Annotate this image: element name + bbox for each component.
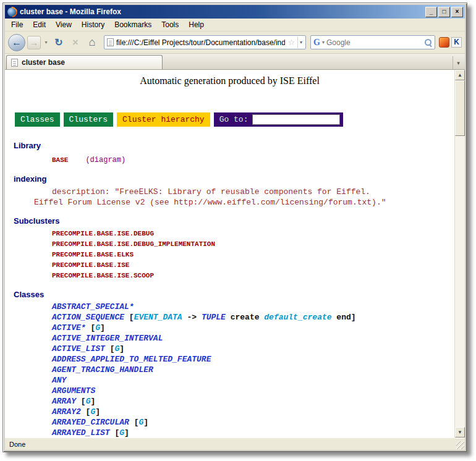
page-favicon — [107, 38, 114, 46]
class-list-item: ARRAY [G] — [5, 396, 454, 407]
forward-button[interactable]: → — [27, 36, 41, 49]
class-text: G — [95, 323, 100, 332]
class-text: ] — [124, 428, 129, 438]
class-list-item: ADDRESS_APPLIED_TO_MELTED_FEATURE — [5, 354, 454, 365]
tab-strip — [163, 55, 453, 69]
class-link[interactable]: ARGUMENTS — [52, 386, 95, 395]
class-list-item: AGENT_TRACING_HANDLER — [5, 365, 454, 375]
class-link[interactable]: ABSTRACT_SPECIAL* — [52, 302, 134, 311]
class-link[interactable]: ADDRESS_APPLIED_TO_MELTED_FEATURE — [52, 355, 211, 364]
class-list-item: ANY — [5, 375, 454, 386]
class-link[interactable]: ARRAYED_LIST — [52, 428, 110, 438]
menu-item-help[interactable]: Help — [184, 19, 209, 30]
class-text: G — [119, 428, 124, 438]
indexing-description-line: Eiffel Forum License v2 (see http://www.… — [5, 197, 454, 208]
class-text: [ — [110, 428, 120, 438]
library-heading: Library — [14, 141, 454, 150]
class-text: ] — [95, 407, 100, 417]
subcluster-link[interactable]: PRECOMPILE.BASE.ISE.DEBUG — [5, 229, 454, 239]
goto-box: Go to: — [214, 112, 344, 127]
class-link[interactable]: ACTION_SEQUENCE — [52, 313, 124, 322]
class-list-item: ARGUMENTS — [5, 386, 454, 396]
class-link[interactable]: ACTIVE_INTEGER_INTERVAL — [52, 334, 163, 343]
reload-button[interactable]: ↻ — [51, 35, 66, 50]
subclusters-list: PRECOMPILE.BASE.ISE.DEBUGPRECOMPILE.BASE… — [5, 229, 454, 281]
class-list-item: ACTIVE_INTEGER_INTERVAL — [5, 333, 454, 344]
tab-bar: cluster base ▾ — [5, 54, 465, 70]
scrollbar-track[interactable] — [455, 80, 465, 427]
scrollbar-thumb[interactable] — [455, 80, 465, 136]
class-text: ] — [143, 418, 148, 427]
class-list-item: ARRAYED_LIST [G] — [5, 428, 454, 438]
home-button[interactable]: ⌂ — [85, 35, 100, 50]
class-text: [ — [86, 323, 96, 332]
diagram-link[interactable]: (diagram) — [85, 156, 125, 164]
scroll-up-icon[interactable]: ▲ — [455, 70, 465, 80]
menu-item-tools[interactable]: Tools — [156, 19, 184, 30]
class-text: EVENT_DATA — [134, 313, 182, 322]
cluster-hierarchy-button[interactable]: Cluster hierarchy — [117, 112, 210, 127]
history-dropdown-icon[interactable]: ▾ — [43, 40, 49, 45]
subcluster-link[interactable]: PRECOMPILE.BASE.ELKS — [5, 250, 454, 260]
class-link[interactable]: ARRAY — [52, 397, 76, 406]
maximize-button[interactable]: □ — [438, 7, 450, 17]
address-bar[interactable]: file:///C:/Eiffel Projects/tour/Document… — [104, 35, 306, 49]
search-icon[interactable] — [424, 38, 432, 46]
tab-cluster-base[interactable]: cluster base — [6, 55, 163, 69]
minimize-button[interactable]: _ — [425, 7, 437, 17]
class-list-item: ABSTRACT_SPECIAL* — [5, 302, 454, 312]
search-input[interactable] — [326, 38, 422, 47]
class-text: [ — [105, 344, 115, 353]
class-link[interactable]: AGENT_TRACING_HANDLER — [52, 365, 153, 374]
menu-item-bookmarks[interactable]: Bookmarks — [109, 19, 156, 30]
extension-icon[interactable] — [439, 37, 449, 48]
back-button[interactable]: ← — [8, 34, 25, 51]
google-icon: G — [313, 38, 320, 48]
content-area: Automatic generation produced by ISE Eif… — [5, 70, 465, 438]
close-button[interactable]: × — [451, 7, 463, 17]
class-text: ] — [351, 313, 356, 322]
class-text: -> — [182, 313, 202, 322]
classes-list: ABSTRACT_SPECIAL*ACTION_SEQUENCE [EVENT_… — [5, 302, 454, 438]
class-link[interactable]: ACTIVE_LIST — [52, 344, 105, 353]
resize-grip[interactable] — [456, 441, 464, 449]
library-line: BASE(diagram) — [5, 154, 454, 165]
bookmark-star-icon[interactable]: ☆ — [287, 38, 295, 47]
class-link[interactable]: ARRAYED_CIRCULAR — [52, 418, 129, 427]
subcluster-link[interactable]: PRECOMPILE.BASE.ISE — [5, 260, 454, 271]
indexing-description-line: description: "FreeELKS: Library of reusa… — [5, 187, 454, 197]
document-page: Automatic generation produced by ISE Eif… — [5, 70, 454, 438]
vertical-scrollbar[interactable]: ▲ ▼ — [454, 70, 465, 438]
window-title: cluster base - Mozilla Firefox — [20, 7, 422, 16]
class-link[interactable]: ANY — [52, 376, 66, 385]
class-list-item: ACTIVE_LIST [G] — [5, 344, 454, 354]
list-all-tabs-icon[interactable]: ▾ — [453, 56, 464, 69]
subcluster-link[interactable]: PRECOMPILE.BASE.ISE.SCOOP — [5, 271, 454, 281]
indexing-heading: indexing — [14, 174, 454, 184]
subcluster-link[interactable]: PRECOMPILE.BASE.ISE.DEBUG_IMPLEMENTATION — [5, 239, 454, 250]
menu-item-file[interactable]: File — [6, 19, 28, 30]
menu-item-edit[interactable]: Edit — [28, 19, 51, 30]
class-link[interactable]: TUPLE — [202, 313, 226, 322]
k-extension-icon[interactable]: K — [451, 37, 462, 48]
scroll-down-icon[interactable]: ▼ — [455, 427, 465, 438]
class-text: ] — [100, 323, 105, 332]
url-dropdown-icon[interactable]: ▾ — [297, 36, 304, 48]
class-text: default_create — [264, 313, 331, 322]
subclusters-heading: Subclusters — [14, 216, 454, 226]
search-box[interactable]: G ▾ — [310, 35, 435, 49]
location-field[interactable]: file:///C:/Eiffel Projects/tour/Document… — [116, 38, 285, 47]
menu-item-history[interactable]: History — [77, 19, 109, 30]
class-list-item: ARRAYED_CIRCULAR [G] — [5, 417, 454, 428]
class-link[interactable]: ARRAY2 — [52, 407, 81, 417]
class-text: [ — [124, 313, 134, 322]
classes-heading: Classes — [14, 290, 454, 299]
class-list-item: ACTIVE* [G] — [5, 323, 454, 333]
stop-button[interactable]: × — [68, 35, 83, 50]
menu-item-view[interactable]: View — [51, 19, 77, 30]
goto-input[interactable] — [252, 114, 340, 125]
search-engine-dropdown-icon[interactable]: ▾ — [322, 40, 325, 45]
class-link[interactable]: ACTIVE* — [52, 323, 86, 332]
classes-button[interactable]: Classes — [15, 112, 60, 127]
clusters-button[interactable]: Clusters — [64, 112, 113, 127]
